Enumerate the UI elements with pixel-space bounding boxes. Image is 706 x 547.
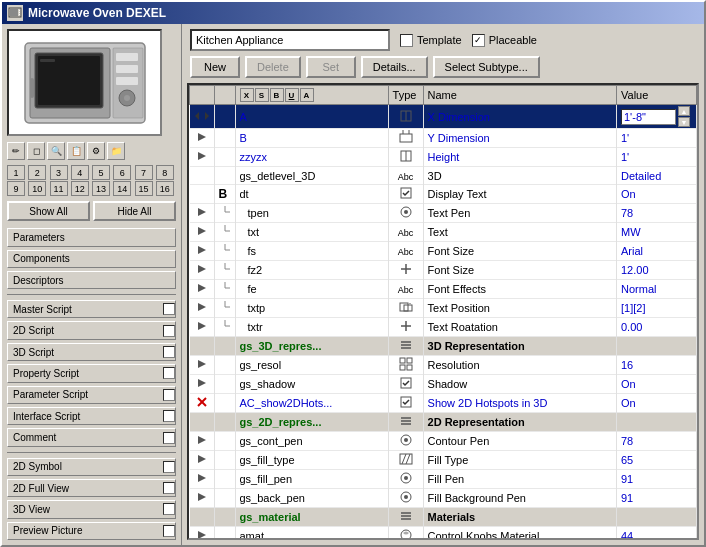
template-checkbox-group: Template [400, 34, 462, 47]
script-2d-button[interactable]: 2D Script [7, 321, 176, 339]
table-row[interactable]: gs_back_penFill Background Pen91 [190, 489, 697, 508]
num-9[interactable]: 9 [7, 181, 25, 196]
table-row[interactable]: BY Dimension1' [190, 129, 697, 148]
row-name: Shadow [423, 375, 616, 394]
num-1[interactable]: 1 [7, 165, 25, 180]
toolbar-icon-3[interactable]: 🔍 [47, 142, 65, 160]
col-x-icon[interactable]: X [240, 88, 254, 102]
table-row[interactable]: AX Dimension▲▼ [190, 105, 697, 129]
num-8[interactable]: 8 [156, 165, 174, 180]
script-3d-button[interactable]: 3D Script [7, 343, 176, 361]
placeable-checkbox-group: ✓ Placeable [472, 34, 537, 47]
right-panel: Template ✓ Placeable New Delete Set Deta… [182, 24, 704, 545]
template-checkbox[interactable] [400, 34, 413, 47]
row-indicator-col [214, 489, 235, 508]
row-indicator-col [214, 129, 235, 148]
value-input[interactable] [621, 109, 676, 125]
table-row[interactable]: BdtDisplay TextOn [190, 185, 697, 204]
svg-marker-64 [198, 455, 206, 463]
table-row[interactable]: txtAbcTextMW [190, 223, 697, 242]
row-name: X Dimension [423, 105, 616, 129]
col-s-icon[interactable]: S [255, 88, 269, 102]
table-row[interactable]: fsAbcFont SizeArial [190, 242, 697, 261]
select-subtype-button[interactable]: Select Subtype... [433, 56, 540, 78]
row-type [388, 129, 423, 148]
toolbar-icon-5[interactable]: ⚙ [87, 142, 105, 160]
table-row[interactable]: txtrText Roatation0.00 [190, 318, 697, 337]
parameters-button[interactable]: Parameters [7, 228, 176, 246]
num-11[interactable]: 11 [50, 181, 68, 196]
set-button[interactable]: Set [306, 56, 356, 78]
row-type: Abc [388, 223, 423, 242]
num-12[interactable]: 12 [71, 181, 89, 196]
num-5[interactable]: 5 [92, 165, 110, 180]
components-button[interactable]: Components [7, 250, 176, 268]
table-row[interactable]: gs_cont_penContour Pen78 [190, 432, 697, 451]
num-3[interactable]: 3 [50, 165, 68, 180]
hide-all-button[interactable]: Hide All [93, 201, 176, 221]
descriptors-button[interactable]: Descriptors [7, 271, 176, 289]
svg-rect-4 [19, 14, 20, 15]
row-indicator-col [214, 432, 235, 451]
row-arrow-col [190, 299, 215, 318]
toolbar-icon-2[interactable]: ◻ [27, 142, 45, 160]
delete-button[interactable]: Delete [245, 56, 301, 78]
show-all-button[interactable]: Show All [7, 201, 90, 221]
row-variable: txt [235, 223, 388, 242]
table-row[interactable]: gs_materialMaterials [190, 508, 697, 527]
table-row[interactable]: txtpText Position[1][2] [190, 299, 697, 318]
num-10[interactable]: 10 [28, 181, 46, 196]
master-script-button[interactable]: Master Script [7, 300, 176, 318]
num-15[interactable]: 15 [135, 181, 153, 196]
toolbar-icon-1[interactable]: ✏ [7, 142, 25, 160]
parameter-table[interactable]: X S B U A Type Name Value [187, 83, 699, 540]
row-indicator-col [214, 105, 235, 129]
name-input[interactable] [190, 29, 390, 51]
value-up-arrow[interactable]: ▲ [678, 106, 690, 116]
table-row[interactable]: gs_detlevel_3DAbc3DDetailed [190, 167, 697, 185]
row-name: Font Size [423, 242, 616, 261]
table-row[interactable]: gs_fill_typeFill Type65 [190, 451, 697, 470]
num-6[interactable]: 6 [113, 165, 131, 180]
new-button[interactable]: New [190, 56, 240, 78]
num-4[interactable]: 4 [71, 165, 89, 180]
symbol-2d-button[interactable]: 2D Symbol [7, 458, 176, 476]
details-button[interactable]: Details... [361, 56, 428, 78]
table-row[interactable]: amatControl Knobs Material44 [190, 527, 697, 541]
table-row[interactable]: gs_resolResolution16 [190, 356, 697, 375]
icon-toolbar: ✏ ◻ 🔍 📋 ⚙ 📁 [7, 142, 176, 160]
placeable-checkbox[interactable]: ✓ [472, 34, 485, 47]
num-2[interactable]: 2 [28, 165, 46, 180]
row-arrow-col [190, 394, 215, 413]
table-row[interactable]: gs_fill_penFill Pen91 [190, 470, 697, 489]
toolbar-icon-4[interactable]: 📋 [67, 142, 85, 160]
preview-picture-button[interactable]: Preview Picture [7, 522, 176, 540]
table-row[interactable]: zzyzxHeight1' [190, 148, 697, 167]
table-row[interactable]: AC_show2DHots...Show 2D Hotspots in 3DOn [190, 394, 697, 413]
comment-button[interactable]: Comment [7, 428, 176, 446]
num-7[interactable]: 7 [135, 165, 153, 180]
col-u-icon[interactable]: U [285, 88, 299, 102]
comment-checkbox [163, 432, 175, 444]
fullview-2d-button[interactable]: 2D Full View [7, 479, 176, 497]
svg-rect-50 [407, 358, 412, 363]
table-row[interactable]: gs_2D_repres...2D Representation [190, 413, 697, 432]
num-13[interactable]: 13 [92, 181, 110, 196]
col-a-icon[interactable]: A [300, 88, 314, 102]
table-row[interactable]: gs_shadowShadowOn [190, 375, 697, 394]
num-16[interactable]: 16 [156, 181, 174, 196]
top-bar: Template ✓ Placeable [182, 24, 704, 56]
table-row[interactable]: tpenText Pen78 [190, 204, 697, 223]
table-row[interactable]: fz2Font Size12.00 [190, 261, 697, 280]
num-14[interactable]: 14 [113, 181, 131, 196]
view-3d-button[interactable]: 3D View [7, 500, 176, 518]
interface-script-button[interactable]: Interface Script [7, 407, 176, 425]
svg-point-73 [404, 495, 408, 499]
parameter-script-button[interactable]: Parameter Script [7, 386, 176, 404]
col-b-icon[interactable]: B [270, 88, 284, 102]
table-row[interactable]: gs_3D_repres...3D Representation [190, 337, 697, 356]
property-script-button[interactable]: Property Script [7, 364, 176, 382]
toolbar-icon-6[interactable]: 📁 [107, 142, 125, 160]
value-down-arrow[interactable]: ▼ [678, 117, 690, 127]
table-row[interactable]: feAbcFont EffectsNormal [190, 280, 697, 299]
